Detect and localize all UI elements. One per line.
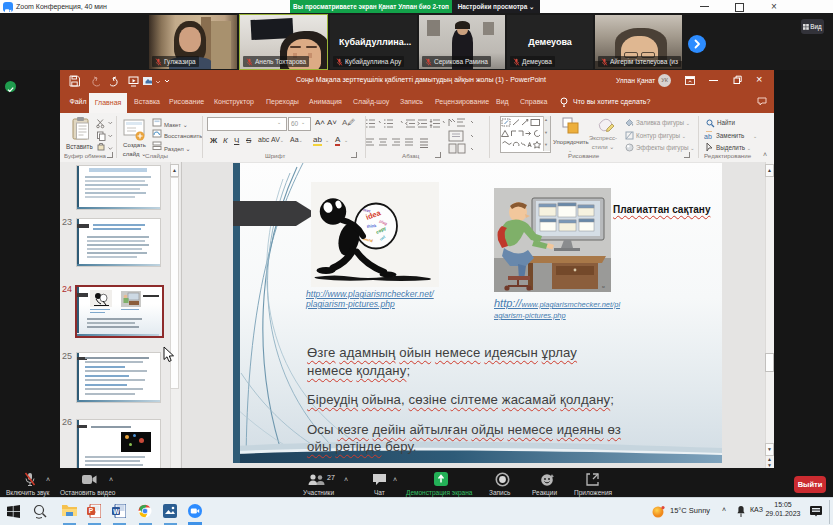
svg-text:P: P [89, 507, 94, 514]
svg-text:ab: ab [704, 133, 712, 140]
svg-text:W: W [113, 508, 120, 515]
svg-text:м: м [602, 284, 605, 289]
